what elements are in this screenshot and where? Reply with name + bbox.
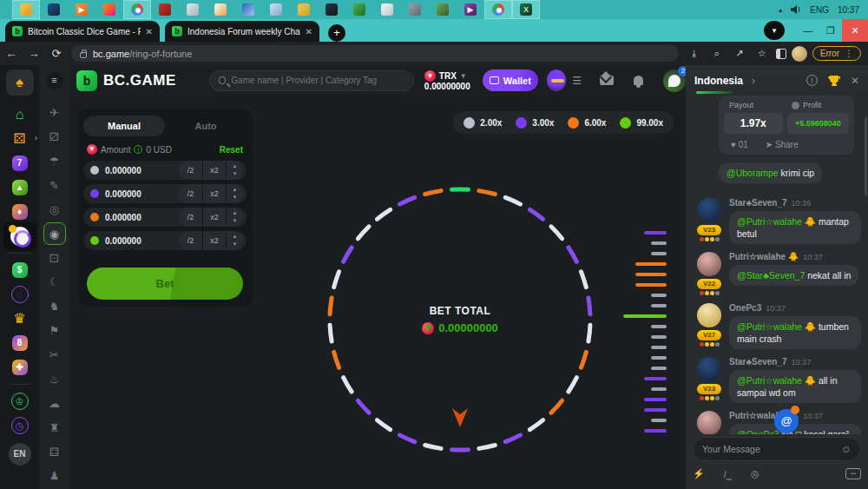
double-bet-button[interactable]: x2 <box>202 231 226 250</box>
chrome-pinned-icon[interactable] <box>484 0 512 19</box>
files-app-icon[interactable] <box>401 0 429 19</box>
notifications-icon[interactable] <box>634 76 643 85</box>
game-ring-of-fortune-icon[interactable]: ◉ <box>43 222 66 245</box>
wallet-button[interactable]: Wallet <box>483 69 538 91</box>
rain-icon[interactable]: ⚡ <box>693 468 705 479</box>
stepper-down-icon[interactable]: ▼ <box>233 241 238 248</box>
volume-icon[interactable] <box>791 5 801 14</box>
clock[interactable]: 10:37 <box>838 5 859 15</box>
search-input[interactable] <box>231 76 404 85</box>
game-coins-icon[interactable]: ⚀ <box>43 247 66 269</box>
chat-rules-icon[interactable]: ! <box>806 75 818 86</box>
message-username[interactable]: OnePc310:37 <box>729 303 861 313</box>
game-mask-icon[interactable]: ♞ <box>43 295 66 318</box>
mention-text[interactable]: @Putri☆walahe 🐥 <box>737 375 816 386</box>
new-tab-button[interactable]: + <box>328 24 345 42</box>
stepper-down-icon[interactable]: ▼ <box>233 194 238 202</box>
coin-tip-icon[interactable]: ◎ <box>751 468 760 479</box>
chat-scrollbar[interactable] <box>865 117 867 195</box>
chat-message-bubble[interactable]: @Putri☆walahe 🐥 all in sampai wd om <box>729 370 861 403</box>
message-username[interactable]: Star♣Seven_710:36 <box>729 198 861 208</box>
firefox-icon[interactable] <box>95 0 123 19</box>
message-username[interactable]: Putri☆walahe 🐥10:37 <box>729 252 861 261</box>
bet-amount-value[interactable]: 0.000000 <box>105 166 179 175</box>
chat-message[interactable]: V23Star♣Seven_710:36@Putri☆walahe 🐥 mant… <box>693 198 861 244</box>
emoji-icon[interactable]: ☺ <box>841 443 852 455</box>
window-minimize-button[interactable]: — <box>797 19 819 42</box>
amount-stepper[interactable]: ▲▼ <box>226 233 243 248</box>
tray-chevron-icon[interactable]: ▴ <box>779 6 782 14</box>
weather-app-icon[interactable] <box>234 0 262 19</box>
chat-close-icon[interactable]: ✕ <box>851 75 859 87</box>
mention-notification-button[interactable]: @ <box>774 409 799 433</box>
chat-message-bubble[interactable]: @Uborampe krimi cip <box>719 162 822 183</box>
kmplayer-icon[interactable]: ▶ <box>457 0 484 19</box>
browser-profile-avatar[interactable] <box>792 46 807 62</box>
mention-text[interactable]: @Putri☆walahe 🐥 <box>737 321 816 332</box>
sidebar-item-tournament[interactable]: ◌ <box>0 282 39 307</box>
game-search[interactable] <box>209 70 414 91</box>
double-bet-button[interactable]: x2 <box>202 161 226 180</box>
like-button[interactable]: ♥ 01 <box>731 140 748 149</box>
game-dice-icon[interactable]: ⚂ <box>43 126 66 149</box>
game-rocket-icon[interactable]: ♟ <box>43 465 66 487</box>
media-player-icon[interactable]: ▶ <box>68 0 95 19</box>
game-hat-icon[interactable]: ⚃ <box>43 440 66 463</box>
chat-message[interactable]: V22Putri☆walahe 🐥10:37@Star♣Seven_7 neka… <box>693 252 861 295</box>
game-wheel-icon[interactable]: ☾ <box>43 271 66 294</box>
chat-message[interactable]: V27OnePc310:37@Putri☆walahe 🐥 tumben mai… <box>693 303 861 349</box>
back-button[interactable]: ← <box>0 47 23 60</box>
avatar[interactable] <box>697 411 721 434</box>
stepper-up-icon[interactable]: ▲ <box>233 209 238 217</box>
double-bet-button[interactable]: x2 <box>202 184 226 203</box>
game-app-icon[interactable] <box>345 0 373 19</box>
browser-profile-chevron[interactable]: ▾ <box>764 21 785 40</box>
bet-amount-value[interactable]: 0.000000 <box>105 213 179 222</box>
inbox-icon[interactable] <box>600 76 614 85</box>
mention-text[interactable]: @Putri☆walahe 🐥 <box>737 216 816 227</box>
bet-list-icon[interactable]: ☰ <box>572 75 581 87</box>
half-bet-button[interactable]: /2 <box>179 184 202 203</box>
chat-room-title[interactable]: Indonesia <box>694 75 743 87</box>
game-comet-icon[interactable]: ✈ <box>43 102 66 124</box>
sidebar-item-recent[interactable]: ◷ <box>0 413 39 438</box>
collapse-menu-icon[interactable]: ≡ <box>46 72 63 89</box>
clipboard-app-icon[interactable] <box>179 0 207 19</box>
window-restore-button[interactable]: ❐ <box>819 19 842 42</box>
avatar[interactable] <box>697 357 721 381</box>
info-icon[interactable]: i <box>134 145 142 154</box>
side-panel-icon[interactable] <box>776 49 786 59</box>
language-toggle[interactable]: EN <box>9 443 31 466</box>
search-tool-icon[interactable] <box>262 0 290 19</box>
game-bag-icon[interactable]: ☂ <box>43 150 66 173</box>
folder-icon[interactable] <box>290 0 318 19</box>
sidebar-item-casino[interactable]: ⚄› <box>0 127 39 151</box>
game-hand-icon[interactable]: ✎ <box>43 175 66 197</box>
chat-app-icon[interactable] <box>373 0 401 19</box>
zoom-icon[interactable]: ⌕ <box>708 48 726 59</box>
chat-input[interactable] <box>702 444 841 454</box>
chrome-icon[interactable] <box>123 0 151 19</box>
browser-menu-icon[interactable]: ⋮ <box>845 49 853 58</box>
tools-app-icon[interactable] <box>429 0 457 19</box>
reset-button[interactable]: Reset <box>220 145 243 155</box>
chat-message-bubble[interactable]: @Putri☆walahe 🐥 mantap betul <box>729 211 861 244</box>
sidebar-item-vip[interactable]: ♛ <box>0 307 39 331</box>
window-close-button[interactable]: ✕ <box>842 19 868 42</box>
paint-app-icon[interactable] <box>207 0 234 19</box>
forward-button[interactable]: → <box>23 47 45 60</box>
bcgame-logo[interactable]: b BC.GAME <box>76 70 176 91</box>
stepper-up-icon[interactable]: ▲ <box>233 186 238 194</box>
slash-commands-icon[interactable]: /‗ <box>724 469 732 479</box>
sidebar-item-vip-club[interactable]: ♔ <box>0 389 39 413</box>
bet-button[interactable]: Bet <box>87 268 243 300</box>
url-bar[interactable]: bc.game/ring-of-fortune <box>71 45 679 62</box>
sidebar-item-crash[interactable]: ▴ <box>0 175 39 200</box>
share-icon[interactable]: ↗ <box>731 48 748 59</box>
file-explorer-icon[interactable] <box>12 0 40 19</box>
avatar[interactable] <box>697 252 721 276</box>
shared-bet-card[interactable]: Payout Profit 1.97x +5.59608040 ♥ 01 ➤ S… <box>719 96 854 155</box>
chat-toggle-button[interactable]: 2 <box>663 69 686 92</box>
sidebar-item-card-games[interactable]: ♦ <box>0 200 39 224</box>
message-username[interactable]: Star♣Seven_710:37 <box>729 357 861 367</box>
